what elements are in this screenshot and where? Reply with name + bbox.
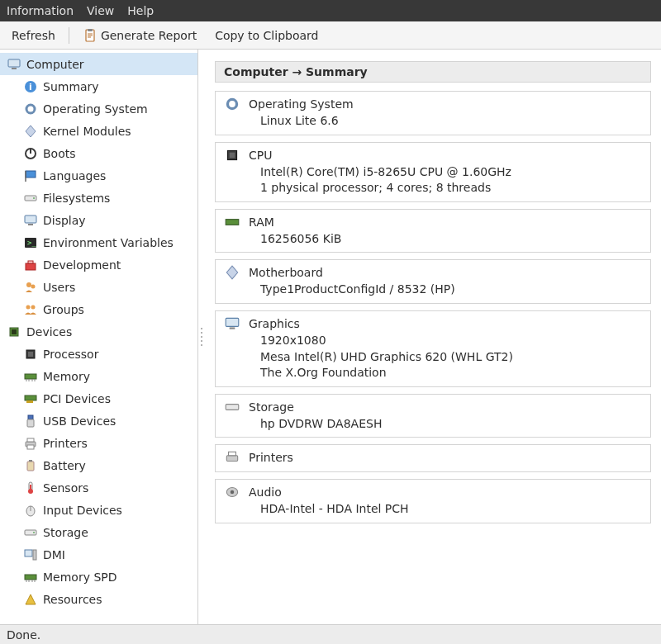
menu-information[interactable]: Information — [7, 4, 74, 17]
tree-filesystems-label: Filesystems — [43, 192, 110, 205]
splitter[interactable] — [198, 50, 205, 624]
tree-resources[interactable]: Resources — [0, 588, 197, 610]
tree-spd[interactable]: Memory SPD — [0, 566, 197, 588]
svg-rect-60 — [226, 219, 239, 225]
svg-rect-62 — [230, 327, 235, 329]
tree-pci[interactable]: PCI Devices — [0, 387, 197, 410]
svg-point-13 — [33, 197, 35, 199]
svg-rect-15 — [28, 224, 33, 225]
graphics-line2: Mesa Intel(R) UHD Graphics 620 (WHL GT2) — [260, 349, 644, 366]
graphics-line3: The X.Org Foundation — [260, 365, 644, 381]
tree-usb-label: USB Devices — [43, 414, 116, 428]
tree-storage-label: Storage — [43, 526, 88, 539]
tree-dmi[interactable]: DMI — [0, 543, 197, 566]
tree-env[interactable]: >_ Environment Variables — [0, 231, 197, 253]
group-printers: Printers — [215, 444, 651, 472]
mouse-icon — [23, 503, 38, 518]
svg-rect-39 — [27, 445, 34, 449]
printer-icon — [224, 449, 240, 466]
tree-languages[interactable]: Languages — [0, 164, 197, 187]
sidebar[interactable]: Computer i Summary Operating System Kern… — [0, 50, 198, 624]
tree-dmi-label: DMI — [43, 548, 65, 561]
group-ram-title: RAM — [245, 215, 278, 229]
tree-printers[interactable]: Printers — [0, 432, 197, 454]
svg-rect-65 — [229, 452, 236, 456]
copy-clipboard-button[interactable]: Copy to Clipboard — [210, 26, 323, 45]
svg-rect-35 — [28, 415, 33, 419]
tree-resources-label: Resources — [43, 593, 102, 606]
svg-rect-59 — [230, 152, 235, 158]
users-icon — [23, 280, 38, 295]
tree-groups[interactable]: Groups — [0, 298, 197, 320]
power-icon — [23, 146, 38, 161]
cpu-icon — [224, 147, 240, 163]
drive-icon — [23, 191, 38, 206]
svg-rect-38 — [27, 438, 34, 442]
tree-input[interactable]: Input Devices — [0, 499, 197, 521]
info-icon: i — [23, 79, 38, 94]
svg-point-21 — [31, 284, 36, 288]
desktop-icon — [23, 547, 38, 562]
generate-report-label: Generate Report — [101, 29, 197, 42]
tree-dev[interactable]: Development — [0, 253, 197, 276]
svg-point-7 — [29, 107, 32, 111]
svg-rect-51 — [25, 575, 36, 580]
flag-icon — [23, 168, 38, 183]
tree-dev-label: Development — [43, 258, 121, 272]
tree-display[interactable]: Display — [0, 209, 197, 231]
group-printers-title: Printers — [245, 451, 297, 464]
refresh-button[interactable]: Refresh — [7, 26, 60, 45]
tree-printers-label: Printers — [43, 437, 88, 450]
svg-rect-61 — [226, 318, 239, 326]
group-os: Operating System Linux Lite 6.6 — [215, 91, 651, 135]
usb-icon — [23, 414, 38, 429]
svg-rect-28 — [25, 374, 36, 379]
menu-help[interactable]: Help — [127, 4, 154, 17]
group-graphics: Graphics 1920x1080 Mesa Intel(R) UHD Gra… — [215, 310, 651, 387]
content-header: Computer → Summary — [215, 61, 651, 83]
speaker-icon — [224, 484, 240, 500]
tree-os[interactable]: Operating System — [0, 97, 197, 120]
ram-icon — [224, 214, 240, 230]
group-graphics-title: Graphics — [245, 317, 303, 330]
group-storage: Storage hp DVDRW DA8AESH — [215, 394, 651, 438]
tree-sensors-label: Sensors — [43, 481, 88, 495]
tree-computer[interactable]: Computer — [0, 53, 197, 75]
tree-usb[interactable]: USB Devices — [0, 410, 197, 432]
svg-rect-49 — [25, 550, 32, 556]
svg-rect-19 — [28, 261, 33, 263]
group-icon — [23, 302, 38, 317]
svg-rect-41 — [29, 460, 32, 462]
ram-icon — [23, 369, 38, 384]
tree-computer-label: Computer — [26, 58, 84, 71]
menu-view[interactable]: View — [87, 4, 114, 17]
tree-boots[interactable]: Boots — [0, 142, 197, 164]
tree-devices[interactable]: Devices — [0, 320, 197, 343]
tree-storage[interactable]: Storage — [0, 521, 197, 543]
tree-kernel[interactable]: Kernel Modules — [0, 120, 197, 142]
tree-battery[interactable]: Battery — [0, 454, 197, 476]
svg-rect-36 — [27, 419, 34, 427]
status-text: Done. — [7, 628, 40, 642]
content-pane: Computer → Summary Operating System Linu… — [205, 50, 661, 624]
tree-processor[interactable]: Processor — [0, 343, 197, 365]
tree-users[interactable]: Users — [0, 276, 197, 298]
group-audio: Audio HDA-Intel - HDA Intel PCH — [215, 479, 651, 523]
terminal-icon: >_ — [23, 235, 38, 250]
tree-devices-label: Devices — [26, 325, 72, 339]
tree-sensors[interactable]: Sensors — [0, 476, 197, 499]
svg-rect-14 — [25, 215, 36, 223]
drive-icon — [224, 399, 240, 415]
svg-rect-33 — [25, 395, 36, 400]
svg-rect-10 — [26, 171, 36, 178]
tree-spd-label: Memory SPD — [43, 571, 117, 584]
svg-rect-44 — [30, 485, 31, 491]
gear-icon — [224, 96, 240, 112]
svg-point-22 — [26, 305, 31, 309]
tree-filesystems[interactable]: Filesystems — [0, 187, 197, 209]
tree-memory[interactable]: Memory — [0, 365, 197, 387]
svg-point-57 — [231, 102, 234, 106]
tree-summary[interactable]: i Summary — [0, 75, 197, 97]
gear-icon — [23, 102, 38, 116]
generate-report-button[interactable]: Generate Report — [78, 26, 202, 45]
